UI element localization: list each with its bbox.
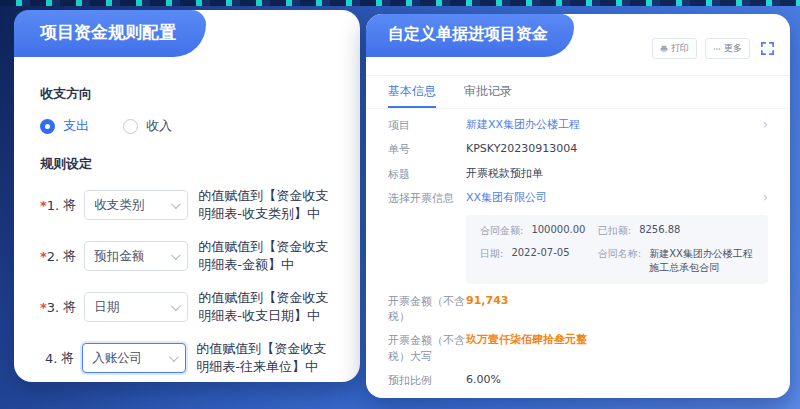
rule-prefix: 将 xyxy=(63,247,76,265)
rule-1-select-value: 收支类别 xyxy=(94,197,144,214)
rule-row-3: * 3. 将 日期 的值赋值到【资金收支明细表-收支日期】中 xyxy=(40,289,334,325)
rule-2-select-value: 预扣金额 xyxy=(94,248,144,265)
radio-unselected-icon[interactable] xyxy=(123,119,138,134)
more-button-label: 更多 xyxy=(724,42,742,55)
required-asterisk: * xyxy=(40,198,47,213)
field-label: 选择开票信息 xyxy=(388,190,466,206)
chevron-down-icon xyxy=(169,352,179,362)
document-toolbar: 打印 更多 xyxy=(652,38,776,59)
field-label: 开票金额（不含税）大写 xyxy=(388,332,466,364)
rule-4-field-select[interactable]: 入账公司 xyxy=(82,343,186,373)
required-asterisk: * xyxy=(40,300,47,315)
field-label: 预扣金额 xyxy=(388,397,466,398)
field-value: KPSKY20230913004 xyxy=(466,141,577,156)
withheld-amount: 已扣额: 8256.88 xyxy=(598,224,754,238)
rule-number: 2. xyxy=(47,249,59,264)
rule-3-field-select[interactable]: 日期 xyxy=(84,292,188,322)
direction-section-label: 收支方向 xyxy=(40,85,334,103)
more-icon xyxy=(713,45,721,53)
rule-config-title: 项目资金规则配置 xyxy=(14,10,206,57)
invoice-company-link[interactable]: XX集团有限公司 xyxy=(466,190,547,205)
radio-income[interactable]: 收入 xyxy=(123,117,172,135)
page-background: 项目资金规则配置 收支方向 支出 收入 规则设定 * 1. 将 收支类别 xyxy=(0,0,800,409)
field-withholding-ratio: 预扣比例 6.00% xyxy=(388,372,768,388)
field-label: 项目 xyxy=(388,117,466,133)
direction-radio-group: 支出 收入 xyxy=(40,117,334,135)
chevron-right-icon[interactable]: › xyxy=(762,190,768,204)
document-detail-panel: 自定义单据进项目资金 打印 更多 基本信息 审批记录 xyxy=(366,14,790,398)
withheld-amount-value: 8256.88 xyxy=(639,224,680,238)
rule-prefix: 将 xyxy=(63,196,76,214)
rule-number: 3. xyxy=(47,300,59,315)
field-doc-title: 标题 开票税款预扣单 xyxy=(388,166,768,182)
chevron-down-icon xyxy=(171,301,181,311)
radio-expense-label: 支出 xyxy=(63,117,89,135)
field-doc-number: 单号 KPSKY20230913004 xyxy=(388,141,768,157)
rule-number: 1. xyxy=(47,198,59,213)
contract-name-value: 新建XX集团办公楼工程施工总承包合同 xyxy=(649,247,754,275)
withholding-ratio-value: 6.00% xyxy=(466,372,501,387)
contract-name: 合同名称: 新建XX集团办公楼工程施工总承包合同 xyxy=(598,247,754,275)
rule-config-panel: 项目资金规则配置 收支方向 支出 收入 规则设定 * 1. 将 收支类别 xyxy=(14,10,360,382)
rule-suffix: 的值赋值到【资金收支明细表-金额】中 xyxy=(198,238,334,274)
decorative-top-strip xyxy=(0,0,800,6)
radio-selected-icon[interactable] xyxy=(40,119,55,134)
field-label: 预扣比例 xyxy=(388,372,466,388)
field-invoice-amount: 开票金额（不含税） 91,743 xyxy=(388,293,768,325)
tab-basic-info[interactable]: 基本信息 xyxy=(388,76,436,108)
rule-suffix: 的值赋值到【资金收支明细表-收支日期】中 xyxy=(198,289,334,325)
field-label: 单号 xyxy=(388,141,466,157)
field-label: 标题 xyxy=(388,166,466,182)
rule-prefix: 将 xyxy=(61,349,74,367)
chevron-right-icon[interactable]: › xyxy=(762,117,768,131)
field-invoice-amount-caps: 开票金额（不含税）大写 玖万壹仟柒佰肆拾叁元整 xyxy=(388,332,768,364)
field-withholding-amount: 预扣金额 5,504.58 xyxy=(388,397,768,398)
rule-row-1: * 1. 将 收支类别 的值赋值到【资金收支明细表-收支类别】中 xyxy=(40,187,334,223)
field-invoice-info: 选择开票信息 XX集团有限公司 › xyxy=(388,190,768,206)
rule-3-select-value: 日期 xyxy=(94,299,119,316)
field-label: 开票金额（不含税） xyxy=(388,293,466,325)
radio-expense[interactable]: 支出 xyxy=(40,117,89,135)
fullscreen-button[interactable] xyxy=(758,40,776,58)
rule-suffix: 的值赋值到【资金收支明细表-收支类别】中 xyxy=(198,187,334,223)
rules-section-label: 规则设定 xyxy=(40,155,334,173)
printer-icon xyxy=(660,45,668,53)
radio-income-label: 收入 xyxy=(146,117,172,135)
chevron-down-icon xyxy=(171,250,181,260)
contract-name-label: 合同名称: xyxy=(598,247,641,275)
field-project: 项目 新建XX集团办公楼工程 › xyxy=(388,117,768,133)
rule-4-select-value: 入账公司 xyxy=(92,350,142,367)
required-asterisk: * xyxy=(40,249,47,264)
document-body: 项目 新建XX集团办公楼工程 › 单号 KPSKY20230913004 标题 … xyxy=(366,109,790,398)
withheld-amount-label: 已扣额: xyxy=(598,224,631,238)
fullscreen-icon xyxy=(760,41,775,56)
invoice-amount-value: 91,743 xyxy=(466,293,508,308)
rule-number: 4. xyxy=(45,351,57,366)
invoice-amount-caps-value: 玖万壹仟柒佰肆拾叁元整 xyxy=(466,332,587,347)
chevron-down-icon xyxy=(171,199,181,209)
tab-audit-record[interactable]: 审批记录 xyxy=(464,76,512,108)
print-button-label: 打印 xyxy=(671,42,689,55)
contract-date: 日期: 2022-07-05 xyxy=(480,247,588,275)
print-button[interactable]: 打印 xyxy=(652,38,697,59)
contract-date-label: 日期: xyxy=(480,247,503,275)
contract-amount-label: 合同金额: xyxy=(480,224,523,238)
rule-row-4: 4. 将 入账公司 的值赋值到【资金收支明细表-往来单位】中 xyxy=(40,340,334,376)
rule-2-field-select[interactable]: 预扣金额 xyxy=(84,241,188,271)
rule-prefix: 将 xyxy=(63,298,76,316)
field-value: 开票税款预扣单 xyxy=(466,166,543,181)
document-title: 自定义单据进项目资金 xyxy=(366,14,574,57)
rule-1-field-select[interactable]: 收支类别 xyxy=(84,190,188,220)
withholding-amount-value: 5,504.58 xyxy=(466,397,520,398)
rule-suffix: 的值赋值到【资金收支明细表-往来单位】中 xyxy=(196,340,334,376)
document-tabs: 基本信息 审批记录 xyxy=(366,76,790,109)
document-header: 自定义单据进项目资金 打印 更多 xyxy=(366,14,790,76)
project-link[interactable]: 新建XX集团办公楼工程 xyxy=(466,117,580,132)
contract-info-box: 合同金额: 100000.00 已扣额: 8256.88 日期: 2022-07… xyxy=(466,215,768,284)
contract-amount: 合同金额: 100000.00 xyxy=(480,224,588,238)
more-button[interactable]: 更多 xyxy=(705,38,750,59)
contract-date-value: 2022-07-05 xyxy=(511,247,569,275)
rule-row-2: * 2. 将 预扣金额 的值赋值到【资金收支明细表-金额】中 xyxy=(40,238,334,274)
contract-amount-value: 100000.00 xyxy=(531,224,585,238)
